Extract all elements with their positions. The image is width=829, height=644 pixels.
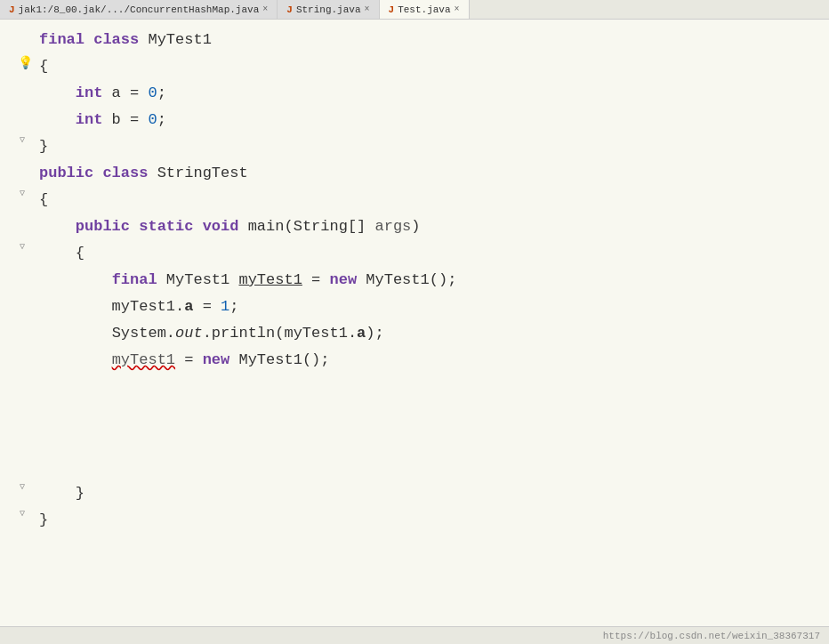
line-content-14 [32,374,829,400]
line-content-2: { [32,53,829,80]
line-content-5: } [32,133,829,160]
code-line-10: final MyTest1 myTest1 = new MyTest1(); [0,267,829,294]
code-line-7: ▽ { [0,187,829,213]
gutter-18: ▽ [0,480,32,493]
line-content-13: myTest1 = new MyTest1(); [32,347,829,374]
code-line-16 [0,427,829,454]
fold-icon-9[interactable]: ▽ [16,240,28,253]
gutter-5: ▽ [0,133,32,146]
line-content-1: final class MyTest1 [32,27,829,53]
line-content-8: public static void main(String[] args) [32,213,829,240]
close-icon-0[interactable]: × [262,4,268,14]
code-line-1: final class MyTest1 [0,27,829,53]
gutter-7: ▽ [0,187,32,199]
gutter-19: ▽ [0,507,32,519]
line-content-15 [32,400,829,427]
code-line-12: System.out.println(myTest1.a); [0,320,829,347]
line-content-19: } [32,507,829,534]
code-line-13: myTest1 = new MyTest1(); [0,347,829,374]
code-line-5: ▽ } [0,133,829,160]
status-bar: https://blog.csdn.net/weixin_38367317 [0,626,829,644]
line-content-6: public class StringTest [32,160,829,187]
code-line-14 [0,374,829,400]
code-line-9: ▽ { [0,240,829,267]
tab-concurrent-hashmap[interactable]: J jak1:/8_00.jak/.../ConcurrentHashMap.j… [0,0,278,19]
line-content-4: int b = 0; [32,107,829,133]
line-content-3: int a = 0; [32,80,829,107]
code-line-4: int b = 0; [0,107,829,133]
line-content-16 [32,427,829,454]
line-content-11: myTest1.a = 1; [32,294,829,320]
close-icon-1[interactable]: × [365,4,370,14]
tab-string[interactable]: J String.java × [278,0,379,19]
code-line-3: int a = 0; [0,80,829,107]
java-icon: J [9,4,15,15]
code-line-8: public static void main(String[] args) [0,213,829,240]
line-content-10: final MyTest1 myTest1 = new MyTest1(); [32,267,829,294]
code-line-6: public class StringTest [0,160,829,187]
line-content-18: } [32,480,829,507]
close-icon-2[interactable]: × [455,4,460,14]
line-content-12: System.out.println(myTest1.a); [32,320,829,347]
java-icon-1: J [286,4,293,15]
status-url: https://blog.csdn.net/weixin_38367317 [603,631,820,641]
fold-icon-18[interactable]: ▽ [16,480,28,493]
code-line-18: ▽ } [0,480,829,507]
fold-icon-19[interactable]: ▽ [16,507,28,519]
code-line-11: myTest1.a = 1; [0,294,829,320]
fold-icon-7[interactable]: ▽ [16,187,28,199]
gutter-9: ▽ [0,240,32,253]
code-area[interactable]: final class MyTest1 💡 { int a = 0; int b… [0,20,829,626]
code-line-17 [0,454,829,480]
line-content-7: { [32,187,829,213]
java-icon-2: J [389,4,395,15]
code-line-2: 💡 { [0,53,829,80]
editor-container: J jak1:/8_00.jak/.../ConcurrentHashMap.j… [0,0,829,644]
bulb-icon[interactable]: 💡 [18,55,33,70]
line-content-17 [32,454,829,480]
code-line-15 [0,400,829,427]
tab-test[interactable]: J Test.java × [380,0,470,19]
line-content-9: { [32,240,829,267]
tab-bar: J jak1:/8_00.jak/.../ConcurrentHashMap.j… [0,0,829,20]
fold-icon-5[interactable]: ▽ [16,133,28,146]
code-line-19: ▽ } [0,507,829,534]
